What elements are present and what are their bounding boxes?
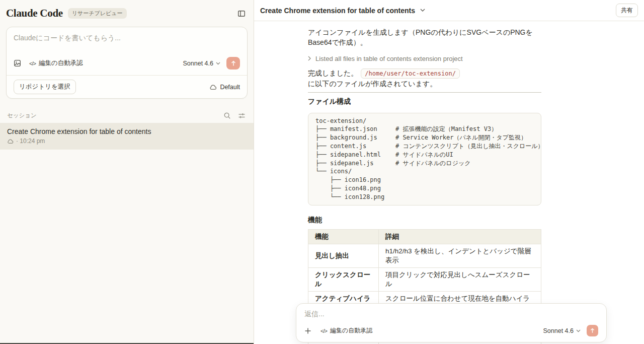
sidebar-collapse-button[interactable]	[237, 10, 246, 18]
plus-icon	[304, 327, 311, 334]
code-line: ├── manifest.json # 拡張機能の設定（Manifest V3）	[315, 125, 534, 133]
divider	[308, 92, 541, 93]
chevron-right-icon	[308, 56, 311, 61]
text-segment: 完成しました。	[308, 69, 358, 78]
session-time: · 10:24 pm	[16, 137, 45, 145]
message-paragraph: 完成しました。 /home/user/toc-extension/ に以下のファ…	[308, 68, 541, 89]
session-title: Create Chrome extension for table of con…	[7, 127, 247, 135]
cloud-icon	[7, 139, 14, 144]
chevron-down-icon	[576, 329, 581, 332]
column-header: 機能	[308, 229, 379, 244]
sessions-actions	[223, 112, 246, 119]
page-title: Create Chrome extension for table of con…	[260, 7, 415, 15]
section-heading-files: ファイル構成	[308, 97, 541, 106]
sessions-title: セッション	[7, 112, 37, 119]
model-label: Sonnet 4.6	[543, 327, 574, 334]
code-line: toc-extension/	[315, 117, 534, 125]
model-selector[interactable]: Sonnet 4.6	[183, 60, 220, 67]
column-header: 詳細	[379, 229, 541, 244]
chevron-down-icon	[216, 62, 220, 65]
code-line: └── icons/	[315, 167, 534, 176]
claude-code-app: Claude Code リサーチプレビュー	[0, 0, 644, 344]
sidebar: Claude Code リサーチプレビュー	[0, 0, 254, 344]
file-tree-code-block: toc-extension/ ├── manifest.json # 拡張機能の…	[308, 113, 541, 205]
search-icon[interactable]	[223, 112, 231, 119]
send-button[interactable]	[587, 325, 598, 336]
add-attachment-button[interactable]	[304, 327, 311, 334]
code-line: └── icon128.png	[315, 193, 534, 201]
model-label: Sonnet 4.6	[183, 60, 213, 67]
model-selector[interactable]: Sonnet 4.6	[543, 327, 581, 334]
panel-toggle-icon	[237, 10, 246, 18]
arrow-up-icon	[230, 60, 236, 66]
table-header-row: 機能 詳細	[308, 229, 541, 244]
session-item-active[interactable]: Create Chrome extension for table of con…	[0, 123, 254, 150]
code-brackets-icon: </>	[29, 60, 36, 66]
cloud-icon	[209, 84, 217, 90]
select-repository-button[interactable]: リポジトリを選択	[14, 80, 76, 94]
code-line: ├── sidepanel.js # サイドパネルのロジック	[315, 159, 534, 168]
message-paragraph: アイコンファイルを生成します（PNGの代わりにSVGベースのPNGをBase64…	[308, 27, 541, 48]
table-cell: h1/h2/h3 を検出し、インデントとバッジで階層表示	[379, 244, 541, 267]
tool-call-summary[interactable]: Listed all files in table of contents ex…	[308, 55, 541, 62]
arrow-up-icon	[590, 328, 595, 333]
main-header: Create Chrome extension for table of con…	[254, 0, 644, 21]
composer-controls: </> 編集の自動承認 Sonnet 4.6	[14, 57, 240, 70]
session-title-dropdown[interactable]: Create Chrome extension for table of con…	[260, 7, 425, 15]
table-cell: 項目クリックで対応見出しへスムーズスクロール	[379, 267, 541, 291]
auto-approve-label: 編集の自動承認	[39, 59, 83, 67]
reply-composer: </> 編集の自動承認 Sonnet 4.6	[296, 303, 607, 342]
table-row: 見出し抽出 h1/h2/h3 を検出し、インデントとバッジで階層表示	[308, 244, 541, 267]
app-logo: Claude Code	[6, 7, 63, 20]
code-line: ├── sidepanel.html # サイドパネルのUI	[315, 151, 534, 159]
auto-approve-toggle[interactable]: </> 編集の自動承認	[29, 59, 83, 67]
environment-label: Default	[220, 84, 240, 91]
reply-controls: </> 編集の自動承認 Sonnet 4.6	[304, 325, 598, 336]
tool-summary-label: Listed all files in table of contents ex…	[315, 55, 463, 62]
section-heading-features: 機能	[308, 216, 541, 225]
sidebar-header: Claude Code リサーチプレビュー	[0, 0, 254, 23]
code-brackets-icon: </>	[320, 328, 327, 334]
send-button[interactable]	[226, 57, 240, 70]
composer-top: </> 編集の自動承認 Sonnet 4.6	[7, 27, 247, 75]
chevron-down-icon	[420, 9, 425, 12]
text-segment: に以下のファイルが作成されています。	[308, 80, 437, 89]
table-cell: 見出し抽出	[308, 244, 379, 267]
research-preview-badge: リサーチプレビュー	[68, 8, 127, 19]
composer-bottom: リポジトリを選択 Default	[7, 75, 247, 98]
new-session-input[interactable]	[14, 34, 240, 42]
assistant-message: アイコンファイルを生成します（PNGの代わりにSVGベースのPNGをBase64…	[308, 27, 541, 344]
code-line: ├── icon16.png	[315, 176, 534, 184]
sessions-header: セッション	[0, 112, 254, 119]
inline-code-path: /home/user/toc-extension/	[361, 68, 460, 79]
reply-input[interactable]	[304, 310, 598, 318]
code-line: ├── content.js # コンテンツスクリプト（見出し抽出・スクロール）	[315, 142, 534, 151]
share-button[interactable]: 共有	[616, 4, 638, 17]
table-row: クリックスクロール 項目クリックで対応見出しへスムーズスクロール	[308, 267, 541, 291]
session-meta: · 10:24 pm	[7, 137, 247, 145]
main-panel: Create Chrome extension for table of con…	[254, 0, 644, 344]
code-line: ├── background.js # Service Worker（パネル開閉…	[315, 133, 534, 142]
auto-approve-toggle[interactable]: </> 編集の自動承認	[320, 326, 372, 335]
auto-approve-label: 編集の自動承認	[330, 326, 372, 335]
code-line: ├── icon48.png	[315, 184, 534, 193]
table-cell: クリックスクロール	[308, 267, 379, 291]
attach-image-icon[interactable]	[14, 59, 21, 67]
new-session-composer: </> 編集の自動承認 Sonnet 4.6	[6, 27, 248, 99]
conversation-scroll-area[interactable]: アイコンファイルを生成します（PNGの代わりにSVGベースのPNGをBase64…	[254, 21, 644, 344]
environment-selector[interactable]: Default	[209, 84, 240, 91]
filter-icon[interactable]	[238, 112, 246, 119]
